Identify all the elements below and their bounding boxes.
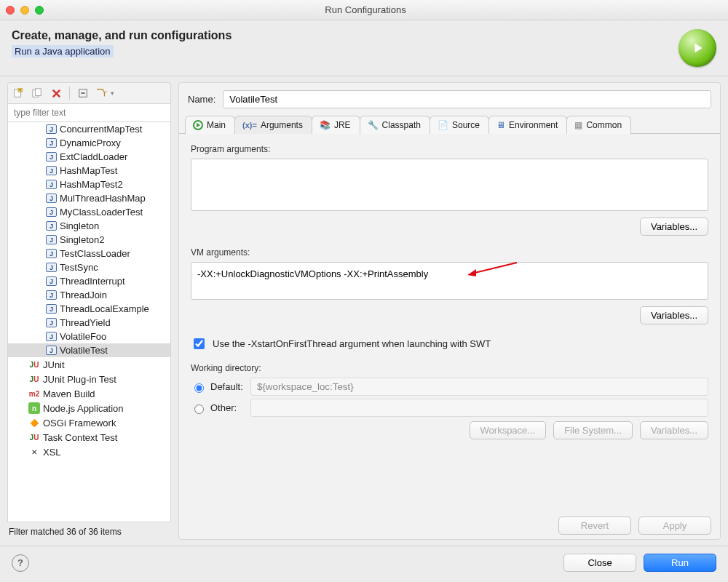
tree-item-java[interactable]: JThreadYield xyxy=(8,316,170,330)
source-tab-icon: 📄 xyxy=(438,120,448,130)
dialog-header: Create, manage, and run configurations R… xyxy=(0,20,728,71)
common-tab-icon: ▦ xyxy=(574,120,582,130)
tree-item-java[interactable]: JDynamicProxy xyxy=(8,136,170,150)
tree-item-java[interactable]: JThreadInterrupt xyxy=(8,274,170,288)
workdir-default-input xyxy=(250,378,708,396)
tab-label: Arguments xyxy=(261,120,303,130)
workdir-other-radio-row[interactable]: Other: xyxy=(191,402,242,414)
delete-config-button[interactable] xyxy=(49,86,63,100)
tree-item-label: ExtCladdLoader xyxy=(60,151,127,162)
java-launch-icon: J xyxy=(46,124,57,134)
workdir-other-radio[interactable] xyxy=(194,404,204,414)
minimize-window-icon[interactable] xyxy=(20,6,29,15)
tab-jre[interactable]: 📚JRE xyxy=(312,116,360,134)
vm-args-input[interactable] xyxy=(191,262,708,300)
tree-item-label: HashMapTest xyxy=(60,165,117,176)
tree-item-java[interactable]: JTestClassLoader xyxy=(8,247,170,260)
run-orb-icon xyxy=(678,29,716,67)
swt-checkbox-row[interactable]: Use the -XstartOnFirstThread argument wh… xyxy=(191,336,708,351)
workdir-variables-button[interactable]: Variables... xyxy=(640,421,708,439)
maven-icon: m2 xyxy=(28,388,40,399)
filter-status: Filter matched 36 of 36 items xyxy=(7,522,171,540)
close-window-icon[interactable] xyxy=(6,6,15,15)
tree-item-label: MulThreadHashMap xyxy=(60,193,146,204)
workdir-default-radio-row[interactable]: Default: xyxy=(191,381,242,393)
tree-item-java[interactable]: JConcurrentMapTest xyxy=(8,122,170,136)
tree-item[interactable]: JUJUnit Plug-in Test xyxy=(8,372,170,386)
tree-item-java[interactable]: JSingleton2 xyxy=(8,233,170,247)
program-args-variables-button[interactable]: Variables... xyxy=(640,218,708,236)
tree-item[interactable]: 🔶OSGi Framework xyxy=(8,415,170,430)
help-button[interactable]: ? xyxy=(12,554,29,572)
tab-label: Classpath xyxy=(382,120,421,130)
node-icon: n xyxy=(28,402,40,414)
osgi-icon: 🔶 xyxy=(28,417,40,428)
tab-label: Main xyxy=(207,120,226,130)
java-launch-icon: J xyxy=(46,263,57,272)
tree-item-java[interactable]: JExtCladdLoader xyxy=(8,150,170,164)
working-dir-label: Working directory: xyxy=(191,363,708,373)
vm-args-variables-button[interactable]: Variables... xyxy=(640,306,708,324)
tree-item-label: VolatileFoo xyxy=(60,331,106,342)
name-label: Name: xyxy=(188,94,215,105)
tree-item-java[interactable]: JVolatileFoo xyxy=(8,330,170,343)
apply-button[interactable]: Apply xyxy=(638,517,711,535)
tab-classpath[interactable]: 🔧Classpath xyxy=(360,116,430,134)
tab-bar: Main(x)=Arguments📚JRE🔧Classpath📄Source🖥E… xyxy=(179,116,720,134)
workdir-filesystem-button[interactable]: File System... xyxy=(553,421,633,439)
header-title: Create, manage, and run configurations xyxy=(12,29,678,42)
java-launch-icon: J xyxy=(46,207,57,217)
tree-item-label: MyClassLoaderTest xyxy=(60,207,143,218)
tab-label: JRE xyxy=(334,120,351,130)
config-tree[interactable]: JConcurrentMapTestJDynamicProxyJExtCladd… xyxy=(7,122,171,522)
tab-label: Environment xyxy=(509,120,558,130)
filter-input[interactable] xyxy=(8,104,170,121)
tree-item-java[interactable]: JMulThreadHashMap xyxy=(8,191,170,205)
run-button[interactable]: Run xyxy=(644,554,716,572)
filter-toolbar-button[interactable] xyxy=(95,86,109,100)
filter-box xyxy=(7,103,171,122)
tree-item-label: TestSync xyxy=(60,262,98,273)
xsl-icon: ✕ xyxy=(28,446,40,458)
new-config-button[interactable] xyxy=(11,86,25,100)
duplicate-config-button[interactable] xyxy=(30,86,44,100)
tab-main[interactable]: Main xyxy=(185,116,235,134)
tree-item-java[interactable]: JVolatileTest xyxy=(8,343,170,357)
name-input[interactable] xyxy=(223,90,711,108)
tree-item-label: Singleton xyxy=(60,220,99,231)
java-launch-icon: J xyxy=(46,276,57,286)
tree-item-java[interactable]: JTestSync xyxy=(8,260,170,274)
tree-item-java[interactable]: JSingleton xyxy=(8,219,170,233)
tree-item-java[interactable]: JHashMapTest2 xyxy=(8,178,170,191)
header-subtitle: Run a Java application xyxy=(12,45,114,57)
tree-item-java[interactable]: JMyClassLoaderTest xyxy=(8,205,170,219)
tab-source[interactable]: 📄Source xyxy=(430,116,489,134)
tree-item[interactable]: JUJUnit xyxy=(8,357,170,372)
revert-button[interactable]: Revert xyxy=(558,517,631,535)
zoom-window-icon[interactable] xyxy=(35,6,44,15)
program-args-input[interactable] xyxy=(191,159,708,211)
tab-common[interactable]: ▦Common xyxy=(566,116,631,134)
tree-item-label: Maven Build xyxy=(43,388,95,399)
java-launch-icon: J xyxy=(46,180,57,189)
collapse-all-button[interactable] xyxy=(76,86,90,100)
program-args-label: Program arguments: xyxy=(191,144,708,154)
tree-item[interactable]: JUTask Context Test xyxy=(8,430,170,445)
close-button[interactable]: Close xyxy=(563,554,636,572)
tree-item-label: ConcurrentMapTest xyxy=(60,124,142,135)
tree-item-java[interactable]: JThreadJoin xyxy=(8,288,170,302)
java-launch-icon: J xyxy=(46,290,57,300)
tab-environment[interactable]: 🖥Environment xyxy=(488,116,567,134)
workdir-workspace-button[interactable]: Workspace... xyxy=(470,421,547,439)
swt-checkbox[interactable] xyxy=(194,338,205,349)
java-launch-icon: J xyxy=(46,304,57,314)
window-title: Run Configurations xyxy=(44,4,687,15)
tree-item[interactable]: ✕XSL xyxy=(8,445,170,459)
tree-item[interactable]: m2Maven Build xyxy=(8,386,170,401)
workdir-other-input[interactable] xyxy=(250,399,708,417)
tree-item-java[interactable]: JHashMapTest xyxy=(8,164,170,178)
tree-item-java[interactable]: JThreadLocalExample xyxy=(8,302,170,316)
tree-item[interactable]: nNode.js Application xyxy=(8,401,170,415)
workdir-default-radio[interactable] xyxy=(194,383,204,393)
tab-arguments[interactable]: (x)=Arguments xyxy=(234,116,312,134)
